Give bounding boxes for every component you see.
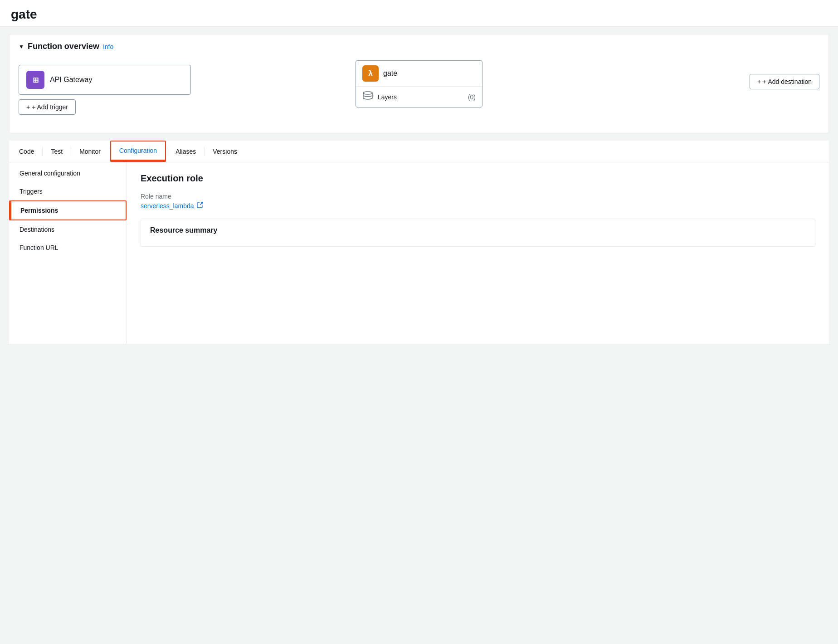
svg-point-2 [363, 92, 372, 94]
role-name-label: Role name [141, 193, 815, 200]
api-gateway-box: ⊞ API Gateway [19, 65, 191, 95]
role-name-link[interactable]: serverless_lambda [141, 202, 194, 210]
external-link-icon[interactable] [197, 202, 203, 210]
role-name-value: serverless_lambda [141, 202, 815, 210]
add-trigger-button[interactable]: + + Add trigger [19, 99, 76, 115]
diagram-right: + + Add destination [750, 74, 819, 89]
resource-summary-box: Resource summary [141, 219, 815, 247]
diagram-area: ⊞ API Gateway + + Add trigger λ gate [19, 60, 819, 119]
sidebar: General configuration Triggers Permissio… [9, 162, 127, 344]
tab-code[interactable]: Code [11, 142, 42, 162]
page-title: gate [11, 7, 827, 22]
tab-configuration[interactable]: Configuration [111, 141, 165, 161]
svg-text:⊞: ⊞ [33, 76, 39, 84]
section-header: ▼ Function overview Info [19, 42, 819, 51]
lambda-function-box: λ gate L [356, 60, 482, 107]
sidebar-item-destinations[interactable]: Destinations [9, 220, 127, 239]
lambda-icon: λ [362, 65, 379, 82]
lambda-function-name: gate [383, 69, 397, 78]
page-header: gate [0, 0, 838, 27]
api-gateway-label: API Gateway [50, 76, 92, 84]
sidebar-permissions-wrapper: Permissions [9, 200, 127, 220]
sidebar-item-permissions[interactable]: Permissions [10, 201, 126, 220]
tab-aliases[interactable]: Aliases [167, 142, 204, 162]
add-trigger-label: + Add trigger [32, 103, 68, 111]
api-gateway-icon: ⊞ [26, 71, 44, 89]
add-trigger-plus: + [26, 103, 30, 111]
sidebar-item-function-url[interactable]: Function URL [9, 239, 127, 257]
tab-monitor[interactable]: Monitor [71, 142, 109, 162]
tabs-bar: Code Test Monitor Configuration Aliases … [9, 141, 829, 162]
lambda-box-header: λ gate [356, 61, 482, 87]
collapse-icon[interactable]: ▼ [19, 44, 24, 50]
content-panel: Execution role Role name serverless_lamb… [127, 162, 829, 344]
function-overview-section: ▼ Function overview Info ⊞ API Gateway +… [9, 34, 829, 133]
add-destination-button[interactable]: + + Add destination [750, 74, 819, 89]
layers-count: (0) [468, 93, 476, 101]
tab-test[interactable]: Test [43, 142, 71, 162]
layers-icon [362, 91, 373, 102]
main-content: General configuration Triggers Permissio… [9, 162, 829, 344]
execution-role-title: Execution role [141, 173, 815, 184]
tab-configuration-wrapper: Configuration [110, 141, 166, 162]
tab-versions[interactable]: Versions [205, 142, 245, 162]
sidebar-item-general-configuration[interactable]: General configuration [9, 164, 127, 182]
diagram-center: λ gate L [356, 60, 482, 107]
tab-divider-3 [109, 147, 109, 156]
add-destination-label: + Add destination [763, 78, 812, 85]
layers-left: Layers [362, 91, 397, 102]
resource-summary-title: Resource summary [150, 226, 806, 234]
diagram-left: ⊞ API Gateway + + Add trigger [19, 65, 191, 115]
sidebar-item-triggers[interactable]: Triggers [9, 182, 127, 200]
role-name-group: Role name serverless_lambda [141, 193, 815, 210]
section-title: Function overview [28, 42, 99, 51]
info-link[interactable]: Info [103, 43, 113, 50]
lambda-layers-row: Layers (0) [356, 87, 482, 107]
add-destination-plus: + [757, 78, 761, 85]
layers-label: Layers [378, 93, 397, 101]
